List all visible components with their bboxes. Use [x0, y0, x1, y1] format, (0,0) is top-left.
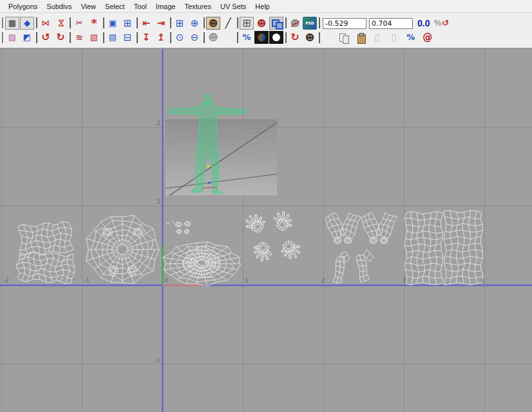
toolbar-separator: [68, 16, 71, 44]
svg-text:1: 1: [245, 277, 249, 284]
relax-uvs-button[interactable]: ▤: [106, 31, 120, 44]
svg-text:3: 3: [403, 277, 406, 284]
menu-select[interactable]: Select: [101, 1, 129, 12]
shade-uvs-toggle-button[interactable]: [269, 17, 283, 30]
toolbar-group: ⊞⊙⊕⊖: [172, 17, 202, 44]
toolbar-group: ⇤↧⇥↥: [138, 17, 169, 44]
rotate-uvs-cw-button[interactable]: ↻: [53, 31, 68, 44]
uv-lattice-tool-button[interactable]: ▦: [5, 17, 19, 30]
isolate-select-remove-icon: ⊖: [191, 31, 199, 44]
toolbar-groups: ▦▨◆◩⋈↺⋈↻✂≋*▧▣▤⊞⊟⇤↧⇥↥⊞⊙⊕⊖☻☻╱⊞%☻☻↻PSD☻: [5, 14, 318, 47]
sew-uvs-icon: ≋: [75, 31, 83, 44]
toolbar-column: [269, 17, 283, 44]
uv-texture-editor-window: PolygonsSubdivsViewSelectToolImageTextur…: [0, 0, 532, 412]
force-editor-texture-rebake-icon: ↻: [290, 31, 299, 44]
menu-polygons[interactable]: Polygons: [5, 1, 41, 12]
cycle-uv-values-button[interactable]: %: [404, 31, 418, 44]
toolbar-separator: [202, 16, 205, 44]
isolate-select-toggle-button[interactable]: ⊞: [173, 17, 187, 30]
toolbar-column: *▧: [87, 17, 101, 44]
update-psd-networks-button[interactable]: PSD: [303, 17, 317, 30]
toolbar-column: ▦▨: [5, 17, 19, 44]
align-min-u-button[interactable]: ⇤: [139, 17, 153, 30]
uv-editor-viewport[interactable]: -2-10123421-1: [0, 48, 532, 412]
display-image-toggle-icon: ☻: [209, 17, 218, 30]
use-image-ratio-icon: ☻: [290, 17, 300, 30]
refresh-coordinates-button[interactable]: %↺: [434, 17, 448, 30]
select-shortest-edge-path-tool-button[interactable]: ◩: [20, 31, 34, 44]
isolate-select-add-button[interactable]: ⊕: [187, 17, 202, 30]
move-uv-shell-tool-button[interactable]: ◆: [20, 17, 34, 30]
uv-smudge-tool-icon: ▨: [8, 31, 16, 44]
image-display-options-button[interactable]: ☻: [303, 31, 317, 44]
toolbar-separator: [236, 16, 239, 44]
svg-text:2: 2: [157, 120, 160, 126]
bake-edit-texture-button[interactable]: ☻: [254, 17, 269, 30]
bake-edit-texture-icon: ☻: [257, 17, 267, 30]
menu-subdivs[interactable]: Subdivs: [43, 1, 75, 12]
cut-uvs-button[interactable]: ✂: [72, 17, 86, 30]
toolbar-grip[interactable]: [1, 16, 5, 44]
display-alpha-channel-button[interactable]: [269, 31, 283, 44]
force-editor-texture-rebake-button[interactable]: ↻: [288, 31, 302, 44]
isolate-select-reset-button[interactable]: ⊙: [173, 31, 187, 44]
copy-uv-values-button[interactable]: [337, 31, 351, 44]
uv-smudge-tool-button[interactable]: ▨: [5, 31, 19, 44]
menu-tool[interactable]: Tool: [130, 1, 151, 12]
uv-viewport-canvas[interactable]: -2-10123421-1: [0, 49, 532, 412]
rotate-uvs-ccw-button[interactable]: ↺: [39, 31, 53, 44]
svg-text:-1: -1: [84, 277, 90, 284]
toolbar-column: ⇤↧: [139, 17, 153, 44]
paste-u-value-button[interactable]: ▯: [370, 31, 385, 44]
coordinate-readout: 0.0: [415, 18, 432, 28]
view-grid-icon: ⊞: [242, 17, 251, 30]
unfold-uvs-button[interactable]: ▣: [106, 17, 120, 30]
update-psd-networks-icon: PSD: [305, 17, 314, 30]
move-and-sew-uvs-icon: ▧: [90, 31, 98, 44]
uv-snapshot-button[interactable]: @: [421, 31, 435, 44]
toolbar-column: ⊞⊙: [173, 17, 187, 44]
menu-bar: PolygonsSubdivsViewSelectToolImageTextur…: [0, 0, 532, 13]
split-uvs-button[interactable]: *: [87, 17, 101, 30]
toolbar-group: ▦▨◆◩: [5, 17, 35, 44]
grid-uvs-icon: ⊞: [124, 17, 132, 30]
toolbar-column: ⊕⊖: [187, 17, 202, 44]
toolbar-separator: [35, 16, 38, 44]
align-max-v-button[interactable]: ↥: [154, 31, 168, 44]
sew-uvs-button[interactable]: ≋: [72, 31, 86, 44]
toolbar-column: ☻☻: [206, 17, 220, 44]
toggle-filtered-image-button[interactable]: ╱: [221, 17, 235, 30]
dim-image-icon: ☻: [208, 31, 218, 44]
menu-uv-sets[interactable]: UV Sets: [216, 1, 250, 12]
paste-v-value-icon: ▯: [392, 31, 397, 44]
pixel-snap-button[interactable]: %: [240, 31, 254, 44]
flip-u-icon: ⋈: [42, 17, 50, 30]
grid-uvs-button[interactable]: ⊞: [120, 17, 135, 30]
view-grid-button[interactable]: ⊞: [240, 17, 254, 30]
paste-v-value-button[interactable]: ▯: [387, 31, 401, 44]
isolate-select-remove-button[interactable]: ⊖: [187, 31, 202, 44]
paste-uv-values-button[interactable]: [354, 31, 368, 44]
menu-image[interactable]: Image: [152, 1, 180, 12]
clipboard-row: ▯▯%@: [337, 31, 435, 44]
toolbar-group: ☻☻╱: [205, 17, 236, 44]
layout-uvs-button[interactable]: ⊟: [120, 31, 135, 44]
u-coordinate-input[interactable]: [323, 18, 366, 29]
unfold-uvs-icon: ▣: [109, 17, 117, 30]
align-min-v-button[interactable]: ↧: [139, 31, 153, 44]
use-image-ratio-button[interactable]: ☻: [288, 17, 302, 30]
display-rgb-channels-button[interactable]: [254, 31, 269, 44]
v-coordinate-input[interactable]: [369, 18, 413, 29]
toolbar-separator: [318, 16, 321, 44]
menu-view[interactable]: View: [77, 1, 100, 12]
move-and-sew-uvs-button[interactable]: ▧: [87, 31, 101, 44]
select-shortest-edge-path-tool-icon: ◩: [23, 31, 31, 44]
toolbar-column: ⊞%: [240, 17, 254, 44]
align-max-u-button[interactable]: ⇥: [154, 17, 168, 30]
display-image-toggle-button[interactable]: ☻: [206, 17, 220, 30]
flip-v-button[interactable]: ⋈: [53, 17, 68, 30]
menu-help[interactable]: Help: [251, 1, 274, 12]
flip-u-button[interactable]: ⋈: [39, 17, 53, 30]
dim-image-button[interactable]: ☻: [206, 31, 220, 44]
menu-textures[interactable]: Textures: [180, 1, 215, 12]
